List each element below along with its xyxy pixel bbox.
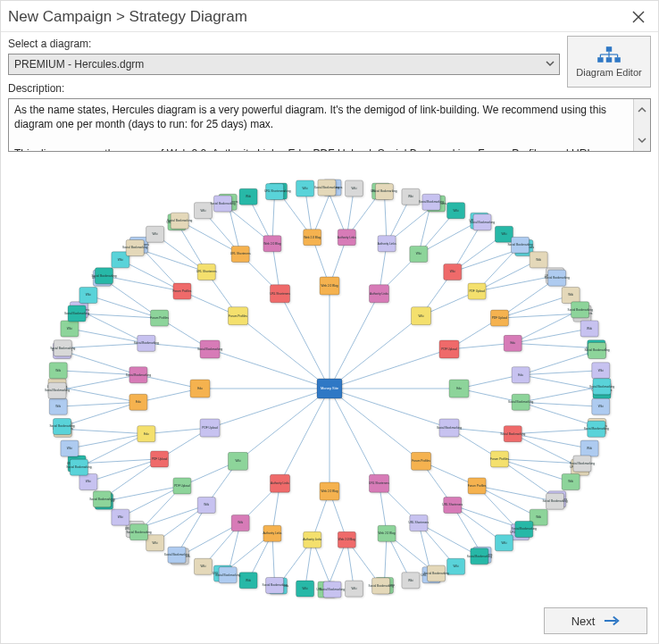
diagram-node: Wiki (345, 180, 363, 197)
description-text: As the name states, Hercules diagram is … (9, 99, 633, 151)
diagram-node: Social Bookmarking (126, 524, 151, 540)
diagram-node: Social Bookmarking (122, 239, 147, 255)
svg-text:Authority Links: Authority Links (263, 531, 281, 535)
diagram-node: Edu (512, 367, 530, 383)
svg-text:Social Bookmarking: Social Bookmarking (164, 553, 189, 556)
diagram-node: Wiki (562, 473, 580, 489)
diagram-node: Wiki (79, 288, 97, 304)
svg-line-113 (121, 486, 182, 517)
svg-text:Wiki: Wiki (67, 327, 72, 330)
diagram-node: Social Bookmarking (500, 426, 525, 442)
diagram-node: Wiki (231, 515, 249, 531)
diagram-node: Social Bookmarking (584, 421, 609, 437)
diagram-select[interactable]: PREMIUM - Hercules.dgrm (8, 54, 560, 75)
svg-line-122 (63, 429, 146, 433)
diagram-node: Social Bookmarking (197, 340, 222, 358)
diagram-node: Wiki (580, 440, 598, 456)
diagram-node: PDF Upload (173, 478, 191, 494)
svg-line-18 (330, 389, 379, 483)
diagram-node: Forum Profiles (412, 452, 431, 470)
diagram-node: Edu (504, 335, 521, 351)
svg-text:Edu: Edu (518, 373, 523, 377)
diagram-node: Wiki (296, 180, 314, 197)
diagram-node: Wiki (112, 509, 129, 525)
svg-text:Web 2.0 Blog: Web 2.0 Blog (321, 489, 338, 493)
scroll-down-button[interactable] (638, 130, 646, 151)
svg-text:Wiki: Wiki (303, 187, 308, 190)
svg-text:Social Bookmarking: Social Bookmarking (589, 385, 614, 389)
diagram-editor-button[interactable]: Diagram Editor (567, 36, 651, 88)
diagram-node: URL Shorteners (442, 498, 463, 514)
next-button[interactable]: Next (544, 607, 647, 634)
diagram-preview: Money SiteWeb 2.0 BlogAuthority LinksWik… (8, 159, 651, 600)
svg-text:Wiki: Wiki (408, 195, 413, 198)
svg-line-77 (477, 486, 538, 517)
svg-text:PDF Upload: PDF Upload (174, 484, 190, 488)
diagram-node: Wiki (402, 188, 420, 205)
svg-line-24 (210, 349, 330, 389)
svg-text:Social Bookmarking: Social Bookmarking (508, 400, 533, 404)
diagram-node: Social Bookmarking (50, 340, 75, 356)
diagram-node: Forum Profiles (490, 451, 509, 467)
diagram-node: Social Bookmarking (545, 270, 570, 286)
svg-text:Wiki: Wiki (536, 515, 541, 519)
diagram-node: Social Bookmarking (167, 213, 192, 229)
diagram-node: Social Bookmarking (423, 565, 448, 581)
scroll-up-button[interactable] (638, 99, 646, 121)
svg-text:Social Bookmarking: Social Bookmarking (49, 424, 74, 428)
svg-line-13 (330, 316, 421, 389)
svg-line-69 (513, 434, 589, 448)
diagram-node: URL Shorteners (369, 474, 389, 492)
diagram-node: Social Bookmarking (369, 578, 394, 594)
diagram-editor-label: Diagram Editor (576, 67, 641, 78)
diagram-node: Social Bookmarking (314, 180, 339, 196)
svg-text:Web 2.0 Blog: Web 2.0 Blog (379, 531, 396, 535)
diagram-node: Social Bookmarking (508, 394, 533, 410)
diagram-node: Social Bookmarking (91, 268, 116, 284)
diagram-node: Wiki (562, 288, 580, 304)
svg-text:Wiki: Wiki (55, 405, 61, 408)
svg-text:Forum Profiles: Forum Profiles (412, 459, 430, 463)
diagram-node: Wiki (402, 573, 420, 589)
svg-text:URL Shorteners: URL Shorteners (230, 252, 251, 255)
svg-line-26 (280, 294, 330, 389)
svg-text:Forum Profiles: Forum Profiles (490, 457, 509, 461)
svg-text:Social Bookmarking: Social Bookmarking (320, 588, 345, 591)
diagram-node: Web 2.0 Blog (338, 531, 355, 548)
diagram-node: Social Bookmarking (126, 367, 151, 383)
diagram-node: Social Bookmarking (568, 302, 593, 318)
diagram-node: Social Bookmarking (263, 577, 288, 593)
description-scrollbar[interactable] (633, 99, 650, 151)
svg-text:URL Shorteners: URL Shorteners (442, 503, 463, 506)
diagram-node: Wiki (239, 188, 257, 205)
svg-line-49 (477, 260, 538, 291)
diagram-node: Social Bookmarking (210, 196, 235, 212)
svg-text:Wiki: Wiki (86, 293, 91, 297)
diagram-node: Social Bookmarking (584, 343, 609, 359)
svg-text:URL Shorteners: URL Shorteners (196, 270, 217, 273)
diagram-node: Social Bookmarking (45, 382, 70, 398)
svg-text:Social Bookmarking: Social Bookmarking (66, 465, 91, 469)
svg-text:Wiki: Wiki (118, 515, 123, 519)
diagram-node: Social Bookmarking (437, 419, 462, 437)
close-button[interactable] (630, 8, 647, 26)
diagram-node: Wiki (228, 452, 247, 470)
svg-text:URL Shorteners: URL Shorteners (264, 189, 285, 193)
diagram-node: PDF Upload (439, 340, 459, 358)
svg-line-56 (513, 310, 580, 344)
svg-text:Wiki: Wiki (501, 232, 506, 236)
diagram-node: Social Bookmarking (419, 194, 444, 210)
diagram-node: URL Shorteners (264, 184, 285, 200)
close-icon (632, 11, 645, 23)
diagram-node: PDF Upload (490, 310, 508, 326)
svg-text:Social Bookmarking: Social Bookmarking (371, 189, 396, 193)
svg-text:Wiki: Wiki (235, 459, 240, 463)
diagram-node: Wiki (146, 226, 164, 242)
svg-line-12 (330, 294, 379, 389)
svg-line-141 (121, 260, 182, 291)
svg-text:Social Bookmarking: Social Bookmarking (45, 389, 70, 392)
svg-text:Social Bookmarking: Social Bookmarking (437, 426, 462, 430)
svg-text:Wiki: Wiki (536, 258, 541, 262)
diagram-node: Wiki (592, 398, 610, 414)
svg-text:Money Site: Money Site (321, 386, 339, 390)
